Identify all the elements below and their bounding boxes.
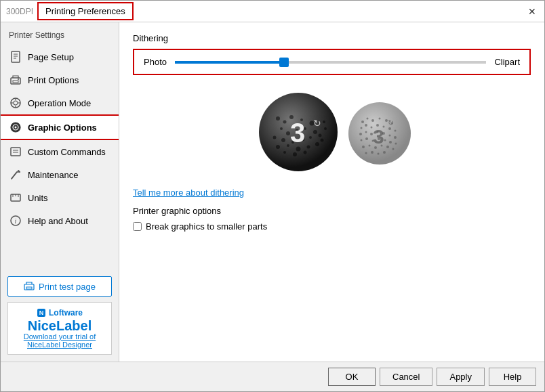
svg-point-83	[388, 135, 390, 137]
break-graphics-row: Break graphics to smaller parts	[133, 221, 531, 232]
print-options-icon	[9, 73, 22, 87]
printing-preferences-dialog: 300DPI Printing Preferences ✕ Printer Se…	[0, 0, 545, 392]
dialog-footer: OK Cancel Apply Help	[1, 362, 544, 391]
svg-point-57	[293, 152, 297, 156]
sidebar-label-print-options: Print Options	[28, 75, 79, 85]
sidebar-item-units[interactable]: Units	[1, 186, 119, 209]
svg-rect-16	[11, 148, 20, 156]
svg-text:N: N	[39, 309, 44, 316]
nicelabel-title: NiceLabel	[14, 319, 106, 332]
sidebar-label-help-about: Help and About	[28, 216, 88, 226]
svg-point-54	[306, 146, 310, 149]
sidebar-label-graphic-options: Graphic Options	[28, 123, 97, 133]
svg-point-76	[388, 127, 391, 130]
svg-point-78	[359, 133, 362, 135]
svg-point-46	[281, 138, 285, 142]
svg-point-66	[366, 118, 368, 120]
nicelabel-download-link[interactable]: Download your trial of NiceLabel Designe…	[14, 332, 106, 349]
nicelabel-promo: N Loftware NiceLabel Download your trial…	[7, 302, 112, 355]
svg-point-56	[283, 151, 286, 154]
nicelabel-logo: N Loftware	[14, 308, 106, 318]
cancel-button[interactable]: Cancel	[380, 368, 432, 386]
title-bar: 300DPI Printing Preferences ✕	[1, 1, 544, 22]
slider-fill	[175, 61, 284, 64]
sidebar-label-maintenance: Maintenance	[28, 170, 78, 180]
svg-point-86	[365, 137, 368, 140]
sidebar-item-graphic-options[interactable]: Graphic Options	[1, 114, 119, 140]
print-test-button[interactable]: Print test page	[7, 276, 112, 297]
ok-button[interactable]: OK	[328, 368, 376, 386]
svg-point-49	[309, 136, 312, 139]
svg-point-8	[14, 101, 18, 105]
page-setup-icon	[9, 50, 22, 64]
slider-clipart-label: Clipart	[494, 57, 520, 67]
svg-point-55	[315, 142, 319, 146]
dithering-section-title: Dithering	[133, 33, 531, 43]
svg-point-68	[378, 118, 380, 120]
help-button[interactable]: Help	[489, 368, 536, 386]
sidebar-label-custom-commands: Custom Commands	[28, 147, 106, 157]
svg-point-61	[323, 121, 325, 123]
svg-point-100	[377, 153, 379, 155]
svg-text:↻: ↻	[313, 118, 321, 129]
dithering-preview: 3 ↻	[133, 85, 531, 179]
sidebar-item-print-options[interactable]: Print Options	[1, 68, 119, 91]
printing-preferences-tab[interactable]: Printing Preferences	[37, 2, 134, 20]
printer-icon	[24, 281, 35, 292]
svg-rect-29	[26, 287, 32, 289]
svg-point-35	[276, 116, 280, 121]
svg-rect-0	[12, 51, 20, 62]
svg-point-60	[320, 139, 323, 142]
svg-point-40	[280, 127, 283, 130]
sidebar-label-page-setup: Page Setup	[28, 52, 74, 62]
svg-point-15	[15, 127, 17, 129]
svg-point-65	[361, 121, 364, 123]
svg-point-98	[365, 152, 367, 154]
sidebar-item-maintenance[interactable]: Maintenance	[1, 163, 119, 186]
svg-point-96	[386, 146, 389, 148]
maintenance-icon	[9, 168, 22, 181]
sidebar-item-custom-commands[interactable]: Custom Commands	[1, 140, 119, 163]
dithering-slider[interactable]	[175, 61, 486, 64]
sidebar-item-operation-mode[interactable]: Operation Mode	[1, 91, 119, 114]
units-icon	[9, 191, 22, 204]
break-graphics-label: Break graphics to smaller parts	[146, 221, 267, 232]
loftware-label: Loftware	[49, 308, 83, 318]
svg-point-50	[318, 134, 321, 137]
title-bar-left: 300DPI Printing Preferences	[6, 2, 525, 20]
sidebar-label-operation-mode: Operation Mode	[28, 98, 91, 108]
svg-point-93	[368, 145, 370, 147]
svg-text:↻: ↻	[388, 118, 394, 127]
svg-point-6	[18, 79, 19, 80]
sidebar-item-help-about[interactable]: i Help and About	[1, 209, 119, 232]
svg-point-89	[384, 139, 386, 141]
svg-point-44	[313, 130, 317, 134]
sidebar-header: Printer Settings	[1, 28, 119, 45]
custom-commands-icon	[9, 145, 22, 158]
svg-point-45	[272, 136, 276, 139]
svg-point-71	[360, 127, 362, 129]
dithering-info-link[interactable]: Tell me more about dithering	[133, 188, 531, 198]
svg-text:3: 3	[290, 118, 305, 148]
dithering-preview-svg: 3 ↻	[237, 85, 427, 179]
svg-point-85	[360, 139, 362, 141]
svg-point-90	[389, 141, 392, 144]
svg-point-72	[365, 124, 367, 127]
main-content: Dithering Photo Clipart	[119, 22, 544, 362]
svg-point-99	[371, 151, 374, 154]
loftware-icon: N	[37, 308, 46, 318]
svg-point-36	[283, 121, 286, 124]
sidebar-bottom: Print test page N Loftware NiceLabel Dow…	[1, 269, 119, 362]
svg-rect-5	[13, 81, 18, 83]
sidebar-item-page-setup[interactable]: Page Setup	[1, 45, 119, 68]
svg-point-84	[394, 136, 397, 139]
apply-button[interactable]: Apply	[437, 368, 485, 386]
slider-photo-label: Photo	[144, 57, 167, 67]
svg-text:i: i	[15, 217, 17, 225]
slider-thumb[interactable]	[279, 58, 289, 67]
break-graphics-checkbox[interactable]	[133, 222, 142, 231]
close-button[interactable]: ✕	[525, 5, 539, 18]
sidebar: Printer Settings Page Setup Print Option…	[1, 22, 119, 362]
svg-point-52	[287, 144, 289, 147]
svg-point-59	[324, 127, 327, 130]
